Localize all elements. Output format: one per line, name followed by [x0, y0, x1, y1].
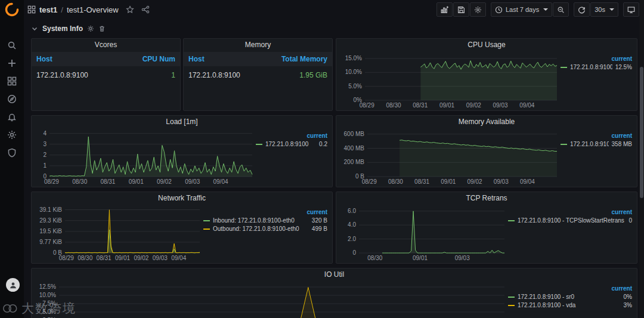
- legend-item[interactable]: 172.21.0.8:9100 - sr0 0%: [508, 294, 632, 300]
- row-header-system-info[interactable]: System Info: [31, 24, 106, 33]
- svg-text:6.0: 6.0: [348, 208, 356, 214]
- series-current-value: 499 B: [312, 226, 327, 232]
- panel-io-util: IO Util 12.5%10.0%7.5%5.0%2.5%0%08/2908/…: [31, 268, 637, 318]
- clock-icon: [495, 6, 503, 14]
- breadcrumb-folder[interactable]: test1: [39, 5, 57, 14]
- series-current-value: 3%: [624, 302, 632, 308]
- save-dashboard-button[interactable]: [453, 2, 469, 17]
- svg-text:10.0%: 10.0%: [39, 292, 56, 298]
- legend-item[interactable]: 172.21.0.8:9100 12.5%: [561, 64, 632, 70]
- legend-current-header[interactable]: current: [561, 132, 632, 139]
- alerting-bell-icon[interactable]: [7, 112, 17, 122]
- memory-available-chart[interactable]: 0 B200 MB400 MB600 MB08/2908/3008/3109/0…: [339, 128, 561, 186]
- dashboard-toolbar: Last 7 days 30s: [436, 2, 639, 17]
- svg-text:08/30: 08/30: [78, 255, 92, 261]
- series-current-value: 0.2: [319, 141, 327, 147]
- row-settings-gear-icon[interactable]: [87, 25, 94, 32]
- svg-text:5.0%: 5.0%: [42, 308, 56, 315]
- search-icon[interactable]: [7, 41, 17, 50]
- column-header-total-memory[interactable]: Total Memory: [281, 55, 327, 63]
- vcores-table: Host CPU Num 172.21.0.8:9100 1: [32, 51, 180, 110]
- tcp-retrans-chart[interactable]: 02.04.06.008/3009/0109/03: [339, 204, 508, 262]
- dashboards-icon[interactable]: [7, 76, 17, 86]
- panel-tcp-retrans: TCP Retrans 02.04.06.008/3009/0109/03 cu…: [336, 192, 637, 264]
- breadcrumb-separator: /: [61, 5, 63, 14]
- series-name: Outbound: 172.21.0.8:9100-eth0: [213, 226, 309, 232]
- series-color-dash: [561, 144, 567, 145]
- panel-title[interactable]: Vcores: [32, 39, 180, 51]
- create-plus-icon[interactable]: [7, 58, 17, 68]
- table-header: Host Total Memory: [184, 52, 332, 66]
- svg-text:08/30: 08/30: [367, 255, 382, 261]
- svg-text:4.0: 4.0: [348, 221, 356, 228]
- legend-current-header[interactable]: current: [561, 55, 632, 62]
- star-icon[interactable]: [126, 5, 134, 14]
- time-range-picker[interactable]: Last 7 days: [491, 2, 552, 17]
- legend-current-header[interactable]: current: [256, 132, 327, 139]
- legend-item[interactable]: 172.21.0.8:9100 - TCPSlowStartRetrans 0: [508, 217, 632, 224]
- svg-text:08/30: 08/30: [388, 178, 403, 185]
- legend: current 172.21.0.8:9100 12.5%: [561, 51, 634, 109]
- configuration-gear-icon[interactable]: [7, 130, 17, 140]
- svg-text:09/02: 09/02: [134, 255, 148, 261]
- series-current-value: 12.5%: [615, 64, 632, 70]
- panel-title[interactable]: TCP Retrans: [336, 192, 637, 204]
- refresh-button[interactable]: [574, 2, 590, 17]
- panel-title[interactable]: Network Traffic: [32, 192, 332, 204]
- panel-title[interactable]: Memory Available: [336, 116, 637, 128]
- kiosk-mode-button[interactable]: [623, 2, 639, 17]
- dashboard-grid-icon: [27, 5, 36, 14]
- legend-current-header[interactable]: current: [508, 209, 632, 215]
- svg-text:29.3 KiB: 29.3 KiB: [39, 217, 62, 224]
- row-delete-trash-icon[interactable]: [98, 25, 106, 32]
- add-panel-button[interactable]: [436, 2, 453, 17]
- panel-title[interactable]: CPU Usage: [336, 39, 637, 51]
- legend-item[interactable]: 172.21.0.8:9100 358 MB: [561, 141, 632, 147]
- legend-item[interactable]: 172.21.0.8:9100 - vda 3%: [508, 302, 632, 308]
- load-1m-chart[interactable]: 0123408/2908/3008/3109/0109/0209/0309/04: [34, 128, 256, 186]
- column-header-host[interactable]: Host: [188, 55, 205, 63]
- explore-compass-icon[interactable]: [7, 94, 17, 104]
- legend-item[interactable]: Inbound: 172.21.0.8:9100-eth0 320 B: [203, 217, 327, 224]
- svg-text:09/01: 09/01: [441, 178, 456, 185]
- panel-cpu-usage: CPU Usage 0%5.0%10.0%15.0%08/2908/3008/3…: [336, 38, 637, 111]
- series-color-dash: [203, 220, 210, 221]
- series-name: 172.21.0.8:9100: [570, 64, 612, 70]
- svg-text:12.5%: 12.5%: [39, 283, 56, 290]
- svg-text:09/04: 09/04: [213, 178, 228, 185]
- refresh-interval-picker[interactable]: 30s: [590, 2, 618, 17]
- grafana-logo-icon[interactable]: [5, 2, 19, 17]
- svg-text:08/29: 08/29: [362, 178, 377, 185]
- legend: current 172.21.0.8:9100 358 MB: [561, 128, 634, 186]
- panel-title[interactable]: Memory: [184, 39, 332, 51]
- network-traffic-chart[interactable]: 0 B9.77 KiB19.5 KiB29.3 KiB39.1 KiB08/29…: [34, 204, 203, 262]
- host-cell: 172.21.0.8:9100: [36, 71, 88, 79]
- legend-item[interactable]: Outbound: 172.21.0.8:9100-eth0 499 B: [203, 226, 327, 232]
- scrollbar-thumb[interactable]: [640, 67, 643, 198]
- io-util-chart[interactable]: 12.5%10.0%7.5%5.0%2.5%0%08/2908/3008/310…: [34, 280, 508, 318]
- legend-current-header[interactable]: current: [508, 285, 632, 292]
- svg-text:09/03: 09/03: [153, 255, 168, 261]
- share-icon[interactable]: [141, 5, 150, 14]
- top-nav: test1 / test1-Overview Last 7 days 30s: [24, 0, 644, 19]
- svg-text:600 MB: 600 MB: [344, 131, 365, 137]
- svg-text:08/31: 08/31: [97, 255, 112, 261]
- svg-text:4: 4: [43, 130, 47, 137]
- legend-item[interactable]: 172.21.0.8:9100 0.2: [256, 141, 327, 147]
- panel-title[interactable]: Load [1m]: [32, 116, 332, 128]
- svg-text:19.5 KiB: 19.5 KiB: [39, 228, 62, 234]
- panel-title[interactable]: IO Util: [32, 268, 637, 280]
- dashboard-settings-button[interactable]: [470, 2, 486, 17]
- column-header-cpu-num[interactable]: CPU Num: [143, 55, 175, 63]
- breadcrumb-page-title[interactable]: test1-Overview: [67, 5, 119, 14]
- svg-text:09/03: 09/03: [494, 178, 509, 185]
- legend-current-header[interactable]: current: [203, 209, 327, 215]
- svg-text:3: 3: [43, 141, 47, 147]
- zoom-out-button[interactable]: [553, 2, 569, 17]
- cpu-usage-chart[interactable]: 0%5.0%10.0%15.0%08/2908/3008/3109/0109/0…: [339, 51, 561, 109]
- svg-text:0: 0: [352, 249, 356, 256]
- user-avatar[interactable]: [6, 278, 20, 292]
- server-admin-shield-icon[interactable]: [7, 148, 17, 158]
- column-header-host[interactable]: Host: [36, 55, 52, 63]
- table-header: Host CPU Num: [32, 52, 180, 66]
